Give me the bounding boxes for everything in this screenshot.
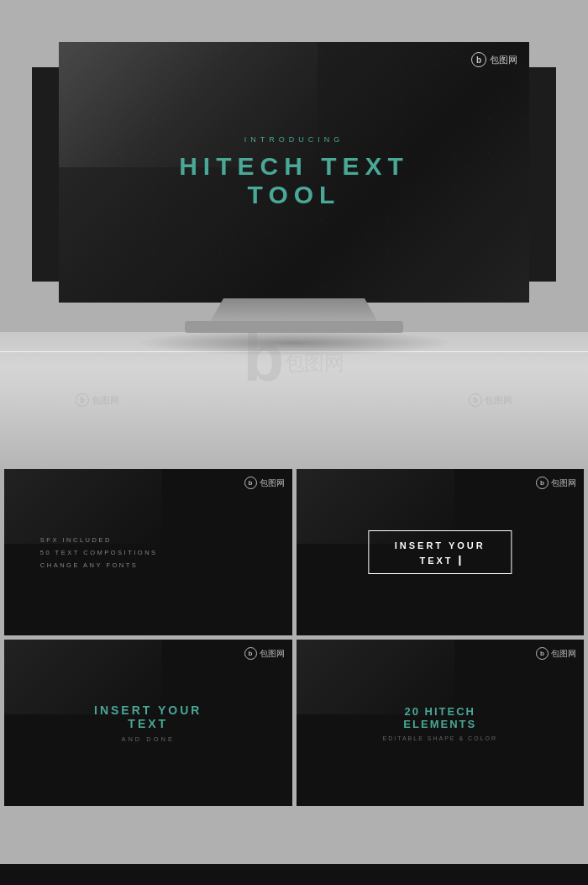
and-done: AND DONE bbox=[76, 735, 220, 743]
mid-wm-right-text: 包图网 bbox=[485, 394, 512, 407]
card-subtitle: INTRODUCING bbox=[176, 135, 412, 144]
mini-card-3-logo-icon: b bbox=[244, 647, 257, 660]
top-right-watermark: b 包图网 bbox=[535, 44, 576, 57]
mini-card-4-gloss bbox=[297, 640, 454, 714]
mid-watermark-right: b 包图网 bbox=[469, 393, 512, 407]
bottom-partial-card bbox=[0, 864, 588, 885]
mini-card-1: b 包图网 SFX INCLUDED 50 TEXT COMPOSITIONS … bbox=[4, 469, 292, 635]
mini-card-1-logo: b 包图网 bbox=[244, 477, 285, 489]
insert-text-label: INSERT YOUR TEXT bbox=[395, 540, 486, 566]
card-content: INTRODUCING HITECH TEXT TOOL bbox=[176, 135, 412, 209]
card-stand bbox=[210, 298, 378, 322]
mini-card-2-logo: b 包图网 bbox=[536, 477, 576, 489]
mini-card-4-content: 20 HITECH ELEMENTS EDITABLE SHAPE & COLO… bbox=[368, 705, 512, 741]
mini-card-2-logo-text: 包图网 bbox=[551, 477, 576, 489]
insert-text-teal: INSERT YOUR TEXT bbox=[76, 703, 220, 730]
mini-card-1-logo-text: 包图网 bbox=[260, 477, 285, 489]
card-title: HITECH TEXT TOOL bbox=[176, 152, 412, 209]
center-wm-text: 包图网 bbox=[284, 351, 344, 374]
mini-card-3-content: INSERT YOUR TEXT AND DONE bbox=[76, 703, 220, 743]
mid-watermark-left: b 包图网 bbox=[76, 393, 119, 407]
mini-card-1-logo-icon: b bbox=[244, 477, 257, 489]
mini-card-2: b 包图网 INSERT YOUR TEXT bbox=[297, 469, 585, 635]
mid-wm-left-icon: b bbox=[76, 393, 89, 407]
mini-card-1-content: SFX INCLUDED 50 TEXT COMPOSITIONS CHANGE… bbox=[40, 534, 256, 572]
mini-card-2-content: INSERT YOUR TEXT bbox=[368, 530, 512, 574]
mid-wm-left-text: 包图网 bbox=[92, 394, 119, 407]
mini-card-4: b 包图网 20 HITECH ELEMENTS EDITABLE SHAPE … bbox=[297, 640, 585, 806]
bottom-grid: b 包图网 SFX INCLUDED 50 TEXT COMPOSITIONS … bbox=[0, 469, 588, 806]
cursor-blink bbox=[459, 556, 460, 566]
mini-card-3-logo-text: 包图网 bbox=[260, 648, 285, 660]
mini-card-2-logo-icon: b bbox=[536, 477, 549, 489]
card-logo-text: 包图网 bbox=[490, 54, 517, 66]
hitech-elements-title: 20 HITECH ELEMENTS bbox=[368, 705, 512, 730]
card-logo-icon: b bbox=[471, 52, 486, 67]
card-logo: b 包图网 bbox=[471, 52, 517, 67]
mini-card-1-line3: CHANGE ANY FONTS bbox=[40, 559, 256, 572]
insert-text-border-box: INSERT YOUR TEXT bbox=[368, 530, 512, 574]
mini-card-3-logo: b 包图网 bbox=[244, 647, 285, 660]
hitech-elements-sub: EDITABLE SHAPE & COLOR bbox=[368, 735, 512, 741]
center-watermark: b包图网 bbox=[244, 319, 345, 397]
mid-wm-right-icon: b bbox=[469, 393, 482, 407]
mini-card-3: b 包图网 INSERT YOUR TEXT AND DONE bbox=[4, 640, 292, 806]
mini-card-4-logo: b 包图网 bbox=[536, 647, 576, 660]
top-wm-icon: b bbox=[535, 44, 549, 57]
mini-card-1-line2: 50 TEXT COMPOSITIONS bbox=[40, 546, 256, 559]
mini-card-4-logo-text: 包图网 bbox=[551, 648, 576, 660]
mini-card-4-logo-icon: b bbox=[536, 647, 549, 660]
main-preview-card: b 包图网 INTRODUCING HITECH TEXT TOOL bbox=[59, 42, 529, 303]
top-wm-text: 包图网 bbox=[551, 45, 576, 56]
mini-card-1-line1: SFX INCLUDED bbox=[40, 534, 256, 546]
